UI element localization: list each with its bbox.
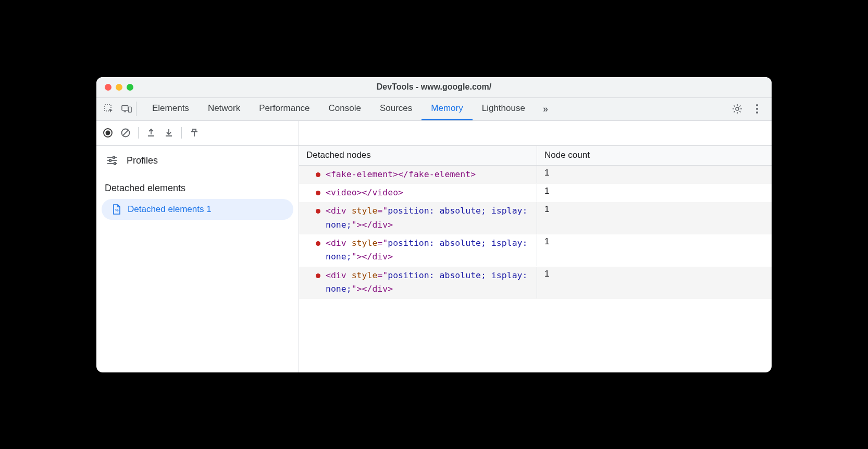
export-icon[interactable] bbox=[146, 128, 156, 138]
cell-node-count: 1 bbox=[537, 166, 772, 183]
inspect-element-icon[interactable] bbox=[104, 104, 114, 114]
svg-rect-20 bbox=[114, 163, 116, 165]
node-marker-icon bbox=[316, 191, 320, 195]
import-icon[interactable] bbox=[164, 128, 174, 138]
titlebar: DevTools - www.google.com/ bbox=[96, 77, 772, 98]
cell-detached-node: <fake-element></fake-element> bbox=[299, 166, 537, 183]
memory-toolbar bbox=[96, 121, 299, 146]
node-marker-icon bbox=[316, 241, 320, 246]
tab-elements[interactable]: Elements bbox=[143, 97, 199, 120]
cell-node-count: 1 bbox=[537, 184, 772, 202]
profile-item-label: Detached elements 1 bbox=[128, 204, 212, 215]
svg-point-7 bbox=[756, 111, 758, 114]
record-icon[interactable] bbox=[103, 128, 113, 138]
table-row[interactable]: <div style="position: absolute; isplay: … bbox=[299, 267, 772, 299]
node-marker-icon bbox=[316, 273, 320, 278]
file-icon: % bbox=[112, 204, 121, 215]
sidebar: Profiles Detached elements %Detached ele… bbox=[96, 121, 299, 372]
cell-detached-node: <video></video> bbox=[299, 184, 537, 202]
svg-rect-3 bbox=[129, 107, 131, 112]
device-toolbar-icon[interactable] bbox=[121, 104, 132, 114]
svg-point-5 bbox=[756, 104, 758, 106]
svg-rect-18 bbox=[113, 156, 115, 158]
tabbar-left-tools bbox=[102, 102, 137, 116]
profiles-label: Profiles bbox=[127, 155, 158, 166]
kebab-menu-icon[interactable] bbox=[752, 104, 762, 114]
tab-performance[interactable]: Performance bbox=[250, 97, 319, 120]
cell-detached-node: <div style="position: absolute; isplay: … bbox=[299, 234, 537, 266]
traffic-lights bbox=[96, 84, 133, 91]
profiles-header[interactable]: Profiles bbox=[96, 148, 299, 173]
content-area: Profiles Detached elements %Detached ele… bbox=[96, 121, 772, 372]
tab-memory[interactable]: Memory bbox=[421, 97, 472, 120]
svg-text:%: % bbox=[115, 208, 118, 213]
sidebar-body: Profiles Detached elements %Detached ele… bbox=[96, 146, 299, 222]
filter-icon bbox=[107, 156, 117, 165]
close-window-button[interactable] bbox=[105, 84, 111, 91]
svg-rect-19 bbox=[109, 159, 111, 161]
tabbar: ElementsNetworkPerformanceConsoleSources… bbox=[96, 98, 772, 121]
minimize-window-button[interactable] bbox=[116, 84, 122, 91]
svg-line-11 bbox=[123, 130, 128, 135]
tab-sources[interactable]: Sources bbox=[370, 97, 421, 120]
maximize-window-button[interactable] bbox=[127, 84, 133, 91]
main-toolbar bbox=[299, 121, 772, 146]
main-panel: Detached nodes Node count <fake-element>… bbox=[299, 121, 772, 372]
cell-detached-node: <div style="position: absolute; isplay: … bbox=[299, 202, 537, 234]
svg-point-6 bbox=[756, 108, 758, 110]
cell-node-count: 1 bbox=[537, 234, 772, 266]
node-marker-icon bbox=[316, 209, 320, 214]
more-tabs-button[interactable]: » bbox=[540, 104, 550, 114]
settings-icon[interactable] bbox=[732, 104, 742, 114]
table-body: <fake-element></fake-element>1<video></v… bbox=[299, 166, 772, 372]
tab-network[interactable]: Network bbox=[199, 97, 250, 120]
cell-node-count: 1 bbox=[537, 267, 772, 298]
tabbar-right bbox=[732, 104, 766, 114]
column-header-nodes[interactable]: Detached nodes bbox=[299, 146, 537, 165]
tabs-container: ElementsNetworkPerformanceConsoleSources… bbox=[143, 97, 535, 120]
svg-point-9 bbox=[106, 131, 110, 135]
section-title: Detached elements bbox=[96, 173, 299, 199]
table-row[interactable]: <fake-element></fake-element>1 bbox=[299, 166, 772, 184]
cell-detached-node: <div style="position: absolute; isplay: … bbox=[299, 267, 537, 298]
table-row[interactable]: <video></video>1 bbox=[299, 184, 772, 202]
table-row[interactable]: <div style="position: absolute; isplay: … bbox=[299, 234, 772, 267]
collect-garbage-icon[interactable] bbox=[189, 128, 200, 138]
svg-rect-1 bbox=[122, 106, 128, 110]
node-marker-icon bbox=[316, 172, 320, 177]
column-header-count[interactable]: Node count bbox=[537, 146, 772, 165]
cell-node-count: 1 bbox=[537, 202, 772, 234]
svg-point-4 bbox=[736, 107, 739, 110]
table-row[interactable]: <div style="position: absolute; isplay: … bbox=[299, 202, 772, 234]
profile-item[interactable]: %Detached elements 1 bbox=[102, 199, 293, 220]
window-title: DevTools - www.google.com/ bbox=[377, 82, 491, 92]
tab-console[interactable]: Console bbox=[319, 97, 370, 120]
devtools-window: DevTools - www.google.com/ ElementsNetwo… bbox=[96, 77, 772, 372]
tab-lighthouse[interactable]: Lighthouse bbox=[473, 97, 535, 120]
clear-icon[interactable] bbox=[120, 128, 131, 138]
table-header: Detached nodes Node count bbox=[299, 146, 772, 166]
